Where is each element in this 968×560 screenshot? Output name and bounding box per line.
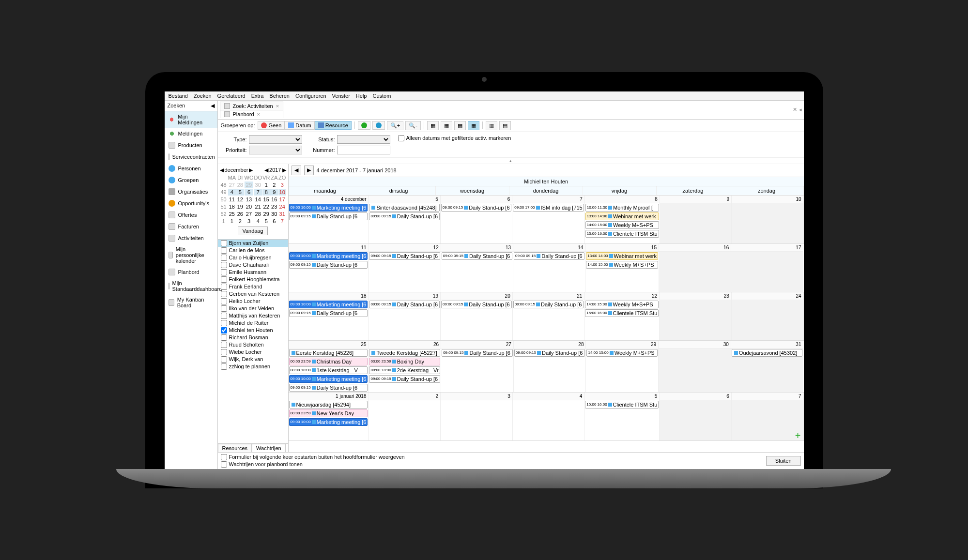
resource-item[interactable]: Michiel de Ruiter: [218, 319, 288, 327]
resource-checkbox[interactable]: [221, 247, 227, 254]
day-cell[interactable]: 23: [660, 292, 732, 340]
minical-day[interactable]: 15: [262, 196, 270, 203]
minical-day[interactable]: 29: [245, 182, 254, 188]
event[interactable]: Eerste Kerstdag [45226]: [289, 349, 368, 357]
minical-day[interactable]: 30: [254, 182, 262, 188]
sidebar-item[interactable]: Planbord: [165, 266, 217, 278]
add-button[interactable]: [358, 121, 370, 130]
resource-item[interactable]: Dave Ghauharali: [218, 261, 288, 269]
minical-day[interactable]: 7: [278, 218, 286, 225]
minical-day[interactable]: 25: [228, 211, 236, 217]
day-cell[interactable]: 9: [660, 196, 732, 243]
day-cell[interactable]: 24: [732, 292, 804, 340]
resource-item[interactable]: Matthijs van Kesteren: [218, 312, 288, 319]
minical-day[interactable]: 2: [236, 218, 244, 225]
event[interactable]: 09:00 09:15Daily Stand-up [6: [369, 375, 440, 383]
event[interactable]: 15:00 16:00Clientele ITSM Stu: [585, 401, 659, 409]
menu-beheren[interactable]: Beheren: [269, 93, 290, 99]
day-cell[interactable]: 1109:00 10:00Marketing meeting [609:00 0…: [289, 244, 369, 292]
resource-checkbox[interactable]: [221, 298, 227, 304]
event[interactable]: 09:00 09:15Daily Stand-up [6: [442, 252, 512, 260]
event[interactable]: 09:00 09:15Daily Stand-up [6: [514, 252, 584, 260]
minical-day[interactable]: 4: [228, 189, 236, 196]
day-cell[interactable]: 17: [731, 244, 803, 292]
zoom-out-icon[interactable]: 🔍-: [405, 121, 421, 130]
prev-month-icon[interactable]: ◀: [220, 167, 224, 173]
minical-day[interactable]: 24: [278, 203, 286, 210]
event[interactable]: 08:00 18:001ste Kerstdag - V: [289, 366, 368, 374]
minical-day[interactable]: 12: [236, 196, 244, 203]
day-cell[interactable]: 1209:00 09:15Daily Stand-up [6: [369, 244, 441, 292]
resource-checkbox[interactable]: [221, 327, 227, 333]
event[interactable]: 09:00 09:15Daily Stand-up [6: [289, 212, 368, 220]
view-month-button[interactable]: ▦: [468, 121, 479, 130]
minical-day[interactable]: 5: [262, 218, 270, 225]
minical-day[interactable]: 22: [262, 203, 270, 210]
day-cell[interactable]: 25Eerste Kerstdag [45226]00:00 23:59Chri…: [289, 341, 369, 392]
event[interactable]: 09:00 10:00Marketing meeting [6: [289, 418, 368, 426]
event[interactable]: 09:00 09:15Daily Stand-up [6: [289, 261, 368, 269]
day-cell[interactable]: 709:00 17:00ISM info dag [715: [512, 196, 585, 243]
event[interactable]: 09:00 09:15Daily Stand-up [6: [442, 349, 513, 357]
event[interactable]: 09:00 17:00ISM info dag [715: [513, 204, 584, 212]
collapse-filters[interactable]: ▴: [218, 158, 804, 164]
minical-day[interactable]: 4: [254, 218, 262, 225]
number-input[interactable]: [337, 146, 390, 154]
resource-item[interactable]: Bjorn van Zuijlen: [218, 240, 288, 247]
minical-day[interactable]: 8: [262, 189, 270, 196]
event[interactable]: 09:00 09:15Daily Stand-up [6: [369, 212, 439, 220]
resource-item[interactable]: Ilko van der Velden: [218, 305, 288, 312]
day-cell[interactable]: 1809:00 10:00Marketing meeting [609:00 0…: [289, 292, 369, 340]
sidebar-item[interactable]: Mijn persoonlijke kalender: [165, 244, 217, 266]
today-button[interactable]: Vandaag: [238, 227, 267, 235]
minical-day[interactable]: 16: [270, 196, 278, 203]
next-month-icon[interactable]: ▶: [249, 167, 253, 173]
day-cell[interactable]: 4: [513, 393, 585, 440]
minical-day[interactable]: 29: [262, 211, 270, 217]
event[interactable]: 00:00 23:59New Year's Day: [289, 409, 368, 417]
sidebar-item[interactable]: Opportunity's: [165, 197, 217, 209]
minical-day[interactable]: 19: [236, 203, 244, 210]
event[interactable]: 00:00 23:59Boxing Day: [369, 358, 440, 365]
menu-bestand[interactable]: Bestand: [169, 93, 188, 99]
event[interactable]: 09:00 09:15Daily Stand-up [6: [369, 301, 440, 308]
day-cell[interactable]: 5Sinterklaasavond [45248]09:00 09:15Dail…: [369, 196, 440, 243]
nav-next-button[interactable]: ▶: [304, 166, 314, 175]
day-cell[interactable]: 31Oudejaarsavond [45302]: [731, 341, 804, 392]
queues-checkbox[interactable]: [221, 461, 227, 468]
close-button[interactable]: Sluiten: [766, 456, 801, 466]
close-icon[interactable]: ×: [257, 111, 260, 117]
type-select[interactable]: [249, 135, 302, 144]
event[interactable]: 14:00 15:00Weekly M+S+PS: [585, 301, 659, 308]
event[interactable]: 14:00 15:00Weekly M+S+PS: [586, 261, 658, 269]
menubar[interactable]: BestandZoekenGerelateerdExtraBeherenConf…: [165, 91, 804, 101]
menu-zoeken[interactable]: Zoeken: [194, 93, 212, 99]
minical-day[interactable]: 21: [254, 203, 262, 210]
tab[interactable]: Planbord×: [220, 110, 284, 118]
minical-day[interactable]: 13: [245, 196, 254, 203]
minical-day[interactable]: 3: [245, 218, 254, 225]
minical-day[interactable]: 18: [228, 203, 236, 210]
event[interactable]: 14:00 15:00Weekly M+S+PS: [586, 349, 658, 357]
event[interactable]: 09:00 09:15Daily Stand-up [6: [441, 204, 511, 212]
sidebar-item[interactable]: Facturen: [165, 221, 217, 232]
resource-item[interactable]: Frank Eerland: [218, 283, 288, 290]
event[interactable]: Nieuwjaarsdag [45294]: [289, 401, 368, 409]
next-year-icon[interactable]: ▶: [282, 167, 286, 173]
sidebar-item[interactable]: Offertes: [165, 209, 217, 221]
view-timeline-button[interactable]: ▤: [499, 121, 511, 130]
day-cell[interactable]: 609:00 09:15Daily Stand-up [6: [441, 196, 512, 243]
sidebar-item[interactable]: Producten: [165, 139, 217, 151]
resource-checkbox[interactable]: [221, 320, 227, 326]
minical-day[interactable]: 1: [228, 218, 236, 225]
minical-day[interactable]: 3: [278, 182, 286, 188]
minical-day[interactable]: 6: [245, 189, 254, 196]
day-cell[interactable]: 1909:00 09:15Daily Stand-up [6: [369, 292, 441, 340]
minical-day[interactable]: 28: [254, 211, 262, 217]
resource-item[interactable]: Richard Bosman: [218, 334, 288, 341]
sidebar-item[interactable]: My Kanban Board: [165, 294, 217, 311]
event[interactable]: 09:00 09:15Daily Stand-up [6: [513, 301, 584, 308]
minical-day[interactable]: 14: [254, 196, 262, 203]
view-week-button[interactable]: ▦: [441, 121, 452, 130]
resource-checkbox[interactable]: [221, 255, 227, 261]
